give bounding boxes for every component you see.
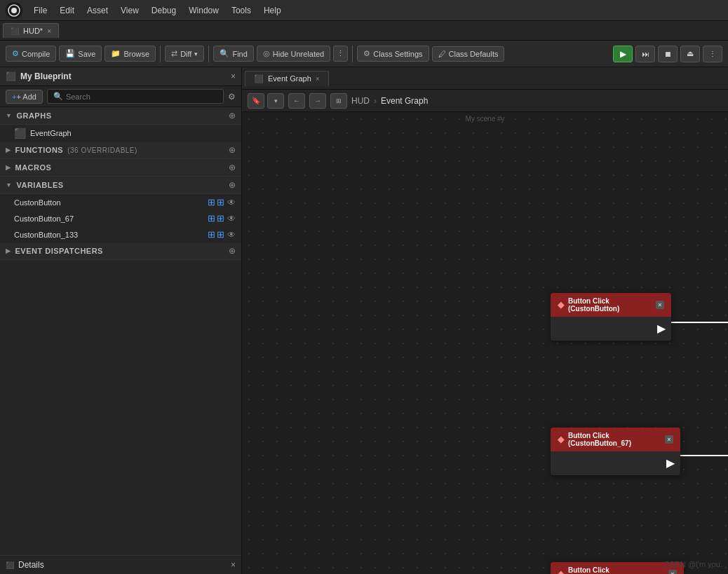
browse-button[interactable]: 📁 Browse [105,46,156,62]
event-node-3-icon: ◆ [558,569,564,574]
event-node-1-header: ◆ Button Click (CustonButton) × [551,293,671,317]
macros-section-title: ▶ MACROS [6,163,51,172]
app-logo [6,2,22,19]
compile-button[interactable]: ⚙ Compile [6,46,56,62]
menu-view[interactable]: View [115,4,144,17]
menu-asset[interactable]: Asset [81,4,114,17]
event-node-3-close[interactable]: × [668,570,677,574]
playback-more-button[interactable]: ⋮ [703,46,722,62]
class-settings-button[interactable]: ⚙ Class Settings [357,46,429,62]
breadcrumb-root[interactable]: HUD [351,96,370,106]
macros-add-button[interactable]: ⊕ [229,163,236,172]
step-forward-button[interactable]: ⏭ [635,46,655,62]
dropdown-nav-button[interactable]: ▾ [267,93,284,109]
add-button[interactable]: + + Add [6,90,43,104]
event-node-1-body: ▶ [551,317,671,341]
class-settings-icon: ⚙ [363,49,370,58]
var-type-icon-1a: ⊞ [208,197,215,207]
variable-type-icons-2: ⊞ ⊞ [208,213,224,224]
menu-file[interactable]: File [28,4,53,17]
variable-item-custonbutton133[interactable]: CustonButton_133 ⊞ ⊞ 👁 [0,226,241,242]
variables-section-title: ▼ VARIABLES [6,181,64,189]
variable-name-custonbutton: CustonButton [14,198,208,207]
graph-tab-close[interactable]: × [316,75,320,83]
details-header: ⬛ Details [6,560,44,570]
variable-visibility-3[interactable]: 👁 [227,230,236,240]
variable-item-custonbutton67[interactable]: CustonButton_67 ⊞ ⊞ 👁 [0,210,241,226]
event-node-1[interactable]: ◆ Button Click (CustonButton) × ▶ [551,293,671,341]
back-button[interactable]: ← [288,93,305,109]
toolbar: ⚙ Compile 💾 Save 📁 Browse ⇄ Diff ▾ 🔍 Fin… [0,41,728,67]
functions-add-button[interactable]: ⊕ [229,145,236,155]
variables-section-header[interactable]: ▼ VARIABLES ⊕ [0,177,241,194]
event-node-1-exec-pin: ▶ [551,321,671,336]
class-settings-label: Class Settings [373,50,422,58]
hide-unrelated-icon: ◎ [263,49,270,58]
menu-tools[interactable]: Tools [226,4,257,17]
event-graph-tab[interactable]: ⬛ Event Graph × [245,71,329,86]
functions-section-header[interactable]: ▶ FUNCTIONS (36 OVERRIDABLE) ⊕ [0,142,241,159]
menu-debug[interactable]: Debug [146,4,182,17]
exec-arrow-right-1: ▶ [657,323,666,334]
event-node-1-close[interactable]: × [656,301,664,309]
hud-tab-label: HUD* [23,27,43,35]
variable-name-custonbutton67: CustonButton_67 [14,214,208,223]
class-defaults-button[interactable]: 🖊 Class Defaults [432,46,505,62]
variable-visibility-2[interactable]: 👁 [227,214,236,224]
breadcrumb-bar: 🔖 ▾ ← → ⊞ HUD › Event Graph [242,90,728,112]
details-label: Details [18,560,44,570]
svg-point-1 [11,8,17,13]
graphs-section-header[interactable]: ▼ GRAPHS ⊕ [0,107,241,125]
diff-button[interactable]: ⇄ Diff ▾ [165,46,204,62]
event-dispatchers-section-header[interactable]: ▶ EVENT DISPATCHERS ⊕ [0,242,241,260]
var-type-icon-2a: ⊞ [208,213,215,224]
stop-icon: ⏹ [664,50,672,58]
variables-add-button[interactable]: ⊕ [229,180,236,190]
hud-tab-close[interactable]: × [47,27,51,35]
save-icon: 💾 [65,49,75,58]
save-button[interactable]: 💾 Save [59,46,102,62]
breadcrumb-nav: 🔖 ▾ [248,93,284,109]
graphs-collapse-icon: ▼ [6,112,12,119]
panel-header: ⬛ My Blueprint × [0,67,241,86]
event-graph-label: EventGraph [30,129,233,137]
find-label: Find [232,50,247,58]
event-node-2-body: ▶ [551,451,680,475]
hide-unrelated-button[interactable]: ◎ Hide Unrelated [257,46,330,62]
search-input[interactable] [66,93,217,101]
panel-settings-button[interactable]: ⚙ [228,92,236,102]
graph-canvas[interactable]: My scene #y ◆ Button Click (CustonButton… [242,112,728,574]
hierarchy-button[interactable]: ⊞ [330,93,347,109]
hud-tab[interactable]: ⬛ HUD* × [3,23,59,38]
menu-window[interactable]: Window [183,4,224,17]
event-node-2-exec-pin: ▶ [551,456,680,471]
stop-button[interactable]: ⏹ [658,46,678,62]
functions-collapse-icon: ▶ [6,146,11,153]
menu-help[interactable]: Help [258,4,287,17]
document-tab-bar: ⬛ HUD* × [0,21,728,41]
variable-name-custonbutton133: CustonButton_133 [14,231,208,239]
event-node-2[interactable]: ◆ Button Click (CustonButton_67) × ▶ [551,428,680,475]
variable-item-custonbutton[interactable]: CustonButton ⊞ ⊞ 👁 [0,194,241,210]
event-node-2-icon: ◆ [558,435,564,444]
event-node-2-close[interactable]: × [665,435,673,444]
panel-close-button[interactable]: × [231,71,236,81]
menu-edit[interactable]: Edit [54,4,80,17]
forward-button[interactable]: → [309,93,326,109]
graph-tab-label: Event Graph [268,74,311,83]
event-graph-item[interactable]: ⬛ EventGraph [0,125,241,142]
panel-fill [0,260,241,555]
graphs-add-button[interactable]: ⊕ [229,111,236,121]
breadcrumb-separator: › [374,96,377,106]
play-button[interactable]: ▶ [613,46,633,62]
details-close-button[interactable]: × [231,560,236,570]
playback-more-icon: ⋮ [709,50,716,57]
variable-visibility-1[interactable]: 👁 [227,198,236,207]
macros-section-header[interactable]: ▶ MACROS ⊕ [0,159,241,177]
bookmark-button[interactable]: 🔖 [248,93,264,109]
eject-button[interactable]: ⏏ [680,46,700,62]
find-button[interactable]: 🔍 Find [213,46,253,62]
event-dispatchers-add-button[interactable]: ⊕ [229,246,236,256]
blueprint-icon: ⬛ [6,71,16,81]
hide-unrelated-more[interactable]: ⋮ [333,46,348,62]
